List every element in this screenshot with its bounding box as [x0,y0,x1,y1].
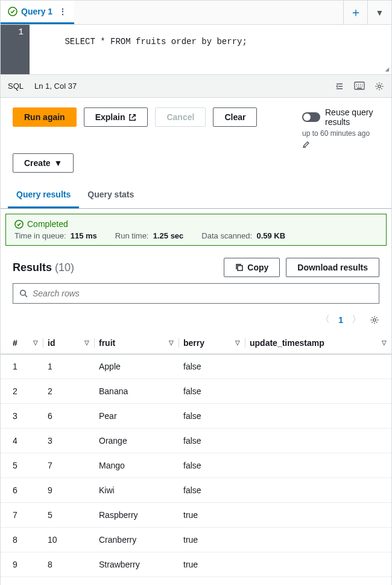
filter-icon[interactable]: ▽ [235,339,240,346]
cell-id: 6 [43,404,94,429]
table-row: 57Mangofalse [1,453,391,478]
tab-query-stats[interactable]: Query stats [79,182,142,208]
edit-pencil-icon[interactable] [302,140,311,149]
cell-berry: true [179,528,245,552]
editor-code[interactable]: SELECT * FROM fruits order by berry; ◢ [30,25,391,74]
cell-id: 2 [43,379,94,404]
cell-ts [245,577,391,586]
cell-fruit: Blueberry [94,577,179,586]
col-header-id[interactable]: id▽ [43,332,94,354]
search-rows-input-wrap[interactable] [13,283,379,304]
cell-n: 6 [1,478,43,503]
cell-berry: true [179,552,245,577]
cell-id: 7 [43,453,94,478]
editor-tab-bar: Query 1 ⋮ ＋ ▼ [1,1,391,25]
cell-fruit: Orange [94,429,179,453]
cell-fruit: Cranberry [94,528,179,552]
cell-fruit: Raspberry [94,503,179,528]
cell-n: 4 [1,429,43,453]
reuse-results-toggle[interactable]: Reuse query results [302,107,379,127]
svg-point-2 [378,85,381,87]
sql-editor[interactable]: 1 SELECT * FROM fruits order by berry; ◢ [1,25,391,75]
download-results-button[interactable]: Download results [286,258,379,277]
cell-ts [245,404,391,429]
cell-berry: false [179,379,245,404]
cancel-button: Cancel [155,107,206,127]
cell-id: 1 [43,354,94,379]
query-status-banner: Completed Time in queue: 115 ms Run time… [5,214,387,246]
prev-page-button[interactable]: 〈 [320,313,330,326]
cell-ts [245,429,391,453]
page-number: 1 [338,315,343,325]
col-header-timestamp[interactable]: update_timestamp▽ [245,332,391,354]
next-page-button[interactable]: 〉 [352,313,361,326]
cell-fruit: Banana [94,379,179,404]
col-header-berry[interactable]: berry▽ [179,332,245,354]
cell-berry: true [179,503,245,528]
cell-id: 10 [43,528,94,552]
search-rows-input[interactable] [33,289,373,298]
cell-ts [245,552,391,577]
cell-berry: false [179,354,245,379]
create-button[interactable]: Create ▼ [13,153,74,173]
results-header: Results (10) Copy Download results [1,246,391,283]
cell-ts [245,453,391,478]
editor-tab-label: Query 1 [21,7,52,16]
table-row: 43Orangefalse [1,429,391,453]
copy-button[interactable]: Copy [224,258,280,277]
filter-icon[interactable]: ▽ [84,339,89,346]
cell-id: 9 [43,478,94,503]
action-toolbar: Run again Explain Cancel Clear Reuse que… [1,98,391,153]
tab-menu-button[interactable]: ▼ [367,1,391,24]
cell-ts [245,528,391,552]
col-header-row[interactable]: #▽ [1,332,43,354]
keyboard-icon[interactable] [354,82,365,91]
results-title: Results (10) [13,261,74,274]
status-cursor: Ln 1, Col 37 [34,82,77,91]
tab-query-results[interactable]: Query results [8,182,79,208]
format-icon[interactable] [335,82,344,91]
table-row: 22Bananafalse [1,379,391,404]
cell-n: 1 [1,354,43,379]
copy-icon [235,263,244,272]
cell-fruit: Pear [94,404,179,429]
editor-tab-1[interactable]: Query 1 ⋮ [1,1,74,24]
cell-n: 8 [1,528,43,552]
cell-ts [245,379,391,404]
table-settings-gear-icon[interactable] [370,315,379,325]
table-row: 810Cranberrytrue [1,528,391,552]
check-circle-icon [8,7,17,16]
filter-icon[interactable]: ▽ [33,339,38,346]
clear-button[interactable]: Clear [213,107,257,127]
reuse-results-subtext: up to 60 minutes ago [302,129,370,138]
cell-ts [245,503,391,528]
search-icon [19,289,28,298]
kebab-icon[interactable]: ⋮ [56,7,67,16]
cell-ts [245,354,391,379]
col-header-fruit[interactable]: fruit▽ [94,332,179,354]
table-row: 75Raspberrytrue [1,503,391,528]
add-tab-button[interactable]: ＋ [343,1,367,24]
caret-down-icon: ▼ [54,158,63,168]
cell-id: 4 [43,577,94,586]
pagination: 〈 1 〉 [1,311,391,332]
table-row: 98Strawberrytrue [1,552,391,577]
cell-fruit: Kiwi [94,478,179,503]
explain-button[interactable]: Explain [84,107,148,127]
filter-icon[interactable]: ▽ [169,339,174,346]
status-language: SQL [8,82,24,91]
results-table: #▽ id▽ fruit▽ berry▽ update_timestamp▽ 1… [1,332,391,585]
svg-point-5 [21,290,26,296]
query-editor-panel: Query 1 ⋮ ＋ ▼ 1 SELECT * FROM fruits ord… [0,0,392,585]
run-again-button[interactable]: Run again [13,107,77,127]
cell-n: 2 [1,379,43,404]
resize-grip-icon: ◢ [385,65,389,73]
table-row: 104Blueberrytrue [1,577,391,586]
editor-gutter: 1 [1,25,30,74]
filter-icon[interactable]: ▽ [382,339,387,346]
cell-berry: false [179,404,245,429]
settings-gear-icon[interactable] [375,82,384,91]
svg-point-6 [373,318,376,321]
external-link-icon [128,113,136,121]
check-circle-icon [14,220,24,229]
